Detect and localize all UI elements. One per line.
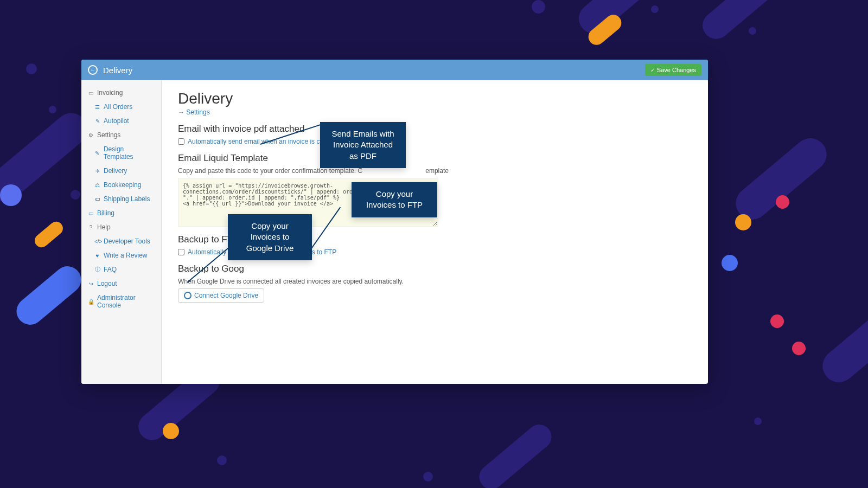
gear-icon: ⚙: [88, 132, 94, 138]
bg-decor: [32, 219, 66, 251]
bg-decor: [735, 214, 751, 230]
sidebar-section-help: ?Help: [81, 220, 161, 234]
info-icon: ⓘ: [94, 266, 100, 273]
bg-decor: [776, 195, 789, 209]
list-icon: ☰: [94, 104, 100, 110]
section-gdrive-heading: Backup to Goog: [178, 264, 692, 274]
topbar: Delivery Save Changes: [81, 60, 708, 80]
connect-google-drive-button[interactable]: Connect Google Drive: [178, 288, 264, 303]
bg-decor: [729, 132, 833, 227]
sidebar-item-faq[interactable]: ⓘFAQ: [81, 262, 161, 277]
bg-decor: [217, 455, 227, 465]
bg-decor: [754, 418, 762, 425]
callout-email-pdf: Send Emails with Invoice Attached as PDF: [320, 122, 406, 168]
auto-send-email-checkbox[interactable]: [178, 138, 184, 145]
logout-icon: ↪: [88, 281, 94, 287]
bg-decor: [816, 294, 868, 389]
bg-decor: [49, 106, 56, 113]
sidebar: ▭Invoicing ☰All Orders ✎Autopilot ⚙Setti…: [81, 80, 162, 384]
sidebar-item-shipping-labels[interactable]: 🏷Shipping Labels: [81, 192, 161, 206]
sidebar-section-invoicing: ▭Invoicing: [81, 86, 161, 100]
bg-decor: [532, 0, 545, 14]
bg-decor: [474, 420, 556, 488]
question-icon: ?: [88, 224, 94, 230]
card-icon: ▭: [88, 90, 94, 96]
back-button[interactable]: [88, 65, 98, 75]
tag-icon: 🏷: [94, 196, 100, 202]
bg-decor: [71, 190, 80, 200]
send-icon: ✈: [94, 168, 100, 174]
bg-decor: [749, 27, 756, 35]
sidebar-item-delivery[interactable]: ✈Delivery: [81, 164, 161, 178]
bg-decor: [11, 261, 86, 330]
bg-decor: [163, 423, 179, 439]
bg-decor: [792, 342, 806, 355]
sidebar-item-write-review[interactable]: ♥Write a Review: [81, 248, 161, 262]
sidebar-item-logout[interactable]: ↪Logout: [81, 277, 161, 291]
liquid-help-text: Copy and paste this code to your order c…: [178, 167, 692, 175]
app-window: Delivery Save Changes ▭Invoicing ☰All Or…: [81, 60, 708, 384]
wand-icon: ✎: [94, 118, 100, 124]
sidebar-item-bookkeeping[interactable]: ⚖Bookkeeping: [81, 178, 161, 192]
scale-icon: ⚖: [94, 182, 100, 188]
bg-decor: [697, 0, 789, 44]
sidebar-item-admin-console[interactable]: 🔒Administrator Console: [81, 291, 161, 312]
bg-decor: [722, 255, 738, 271]
bg-decor: [770, 314, 784, 328]
bg-decor: [26, 63, 37, 74]
section-liquid-heading: Email Liquid Template: [178, 153, 692, 164]
sidebar-item-design-templates[interactable]: ✎Design Templates: [81, 142, 161, 164]
gdrive-help-text: When Google Drive is connected all creat…: [178, 278, 692, 285]
callout-ftp: Copy your Invoices to FTP: [352, 182, 437, 217]
sidebar-item-all-orders[interactable]: ☰All Orders: [81, 100, 161, 114]
bg-decor: [651, 5, 659, 13]
save-changes-button[interactable]: Save Changes: [645, 64, 701, 76]
lock-icon: 🔒: [88, 299, 94, 305]
heart-icon: ♥: [94, 253, 100, 259]
breadcrumb-settings[interactable]: Settings: [178, 108, 692, 116]
page-title: Delivery: [103, 66, 132, 75]
sidebar-item-autopilot[interactable]: ✎Autopilot: [81, 114, 161, 128]
auto-ftp-checkbox[interactable]: [178, 249, 184, 255]
callout-gdrive: Copy your Invoices to Google Drive: [228, 214, 312, 260]
section-email-heading: Email with invoice pdf attached: [178, 124, 692, 134]
bg-decor: [573, 0, 675, 40]
main-heading: Delivery: [178, 90, 692, 107]
code-icon: </>: [94, 239, 100, 245]
auto-send-email-label[interactable]: Automatically send email when an invoice…: [188, 138, 340, 145]
sidebar-section-settings: ⚙Settings: [81, 128, 161, 142]
bg-decor: [0, 184, 22, 206]
sidebar-item-billing[interactable]: ▭Billing: [81, 206, 161, 220]
credit-card-icon: ▭: [88, 210, 94, 216]
bg-decor: [423, 472, 433, 481]
sidebar-item-developer-tools[interactable]: </>Developer Tools: [81, 234, 161, 248]
brush-icon: ✎: [94, 150, 100, 156]
